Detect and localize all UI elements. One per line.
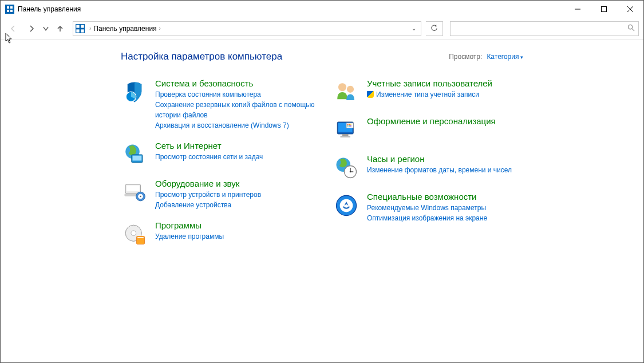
svg-rect-1 — [10, 6, 13, 9]
toolbar: › Панель управления › ⌄ — [1, 18, 643, 40]
svg-rect-28 — [137, 237, 144, 238]
window-title: Панель управления — [18, 5, 81, 13]
category-item: Сеть и ИнтернетПросмотр состояния сети и… — [121, 141, 315, 168]
category-item: Оформление и персонализация — [333, 116, 527, 144]
svg-rect-34 — [341, 136, 351, 138]
search-input[interactable] — [454, 25, 627, 33]
view-by-label: Просмотр: — [449, 53, 482, 61]
category-link[interactable]: Изменение типа учетной записи — [367, 89, 527, 100]
svg-rect-17 — [133, 156, 142, 161]
svg-rect-37 — [349, 124, 350, 125]
svg-rect-2 — [7, 10, 9, 12]
control-panel-icon — [76, 24, 85, 33]
back-button[interactable] — [5, 21, 21, 37]
svg-rect-41 — [350, 125, 351, 127]
category-item: ПрограммыУдаление программы — [121, 220, 315, 248]
maximize-button[interactable] — [591, 1, 617, 18]
svg-rect-10 — [76, 29, 79, 32]
category-title[interactable]: Оборудование и звук — [155, 179, 315, 188]
page-title: Настройка параметров компьютера — [121, 51, 282, 62]
content-area: Настройка параметров компьютера Просмотр… — [1, 40, 643, 258]
svg-point-12 — [628, 25, 632, 29]
category-link[interactable]: Сохранение резервных копий файлов с помо… — [155, 100, 315, 120]
devices-icon[interactable] — [121, 179, 148, 206]
globe-icon[interactable] — [121, 141, 148, 168]
category-link[interactable]: Просмотр устройств и принтеров — [155, 190, 315, 200]
category-link[interactable]: Добавление устройства — [155, 200, 315, 210]
category-link[interactable]: Удаление программы — [155, 231, 315, 242]
users-icon[interactable] — [333, 78, 360, 106]
breadcrumb-location[interactable]: Панель управления — [93, 25, 156, 33]
category-link[interactable]: Рекомендуемые Windows параметры — [367, 203, 527, 213]
category-title[interactable]: Система и безопасность — [155, 78, 315, 88]
svg-rect-19 — [127, 186, 140, 192]
svg-rect-0 — [7, 6, 9, 9]
category-title[interactable]: Программы — [155, 220, 315, 230]
svg-rect-8 — [76, 25, 79, 27]
category-link[interactable]: Архивация и восстановление (Windows 7) — [155, 120, 315, 131]
svg-rect-9 — [81, 25, 84, 27]
category-item: Учетные записи пользователейИзменение ти… — [333, 78, 527, 106]
personalization-icon[interactable] — [333, 116, 360, 144]
shield-icon[interactable] — [121, 78, 148, 106]
refresh-button[interactable] — [426, 21, 443, 36]
clock-region-icon[interactable] — [333, 154, 360, 182]
category-title[interactable]: Оформление и персонализация — [367, 116, 527, 126]
svg-rect-5 — [602, 7, 607, 12]
forward-button[interactable] — [23, 21, 39, 37]
category-title[interactable]: Учетные записи пользователей — [367, 78, 527, 88]
up-button[interactable] — [52, 21, 68, 37]
svg-rect-36 — [347, 124, 349, 125]
svg-point-23 — [140, 196, 141, 198]
breadcrumb-separator[interactable]: › — [159, 25, 161, 31]
svg-line-13 — [632, 29, 634, 31]
category-item: Система и безопасностьПроверка состояния… — [121, 78, 315, 131]
search-icon[interactable] — [627, 24, 635, 33]
svg-rect-39 — [347, 125, 349, 127]
category-title[interactable]: Специальные возможности — [367, 192, 527, 202]
svg-point-48 — [340, 199, 353, 212]
category-item: Часы и регионИзменение форматов даты, вр… — [333, 154, 527, 182]
recent-dropdown[interactable] — [42, 21, 50, 37]
address-dropdown[interactable]: ⌄ — [409, 25, 418, 31]
svg-rect-38 — [350, 124, 351, 125]
svg-point-29 — [338, 83, 346, 91]
control-panel-icon — [5, 5, 14, 14]
close-button[interactable] — [617, 1, 643, 18]
svg-point-26 — [131, 231, 136, 236]
category-link[interactable]: Изменение форматов даты, времени и чисел — [367, 165, 527, 175]
accessibility-icon[interactable] — [333, 192, 360, 219]
category-title[interactable]: Часы и регион — [367, 154, 527, 164]
svg-point-46 — [350, 171, 351, 173]
svg-rect-11 — [81, 29, 84, 32]
category-item: Специальные возможностиРекомендуемые Win… — [333, 192, 527, 223]
category-title[interactable]: Сеть и Интернет — [155, 141, 315, 151]
category-link[interactable]: Проверка состояния компьютера — [155, 89, 315, 100]
svg-rect-3 — [10, 10, 13, 12]
svg-rect-33 — [342, 134, 349, 136]
category-link[interactable]: Оптимизация изображения на экране — [367, 213, 527, 223]
titlebar: Панель управления — [1, 1, 643, 18]
svg-rect-40 — [349, 125, 350, 127]
minimize-button[interactable] — [564, 1, 591, 18]
svg-point-30 — [347, 86, 354, 93]
programs-icon[interactable] — [121, 220, 148, 248]
category-link[interactable]: Просмотр состояния сети и задач — [155, 152, 315, 162]
view-by-selector[interactable]: Просмотр: Категория — [449, 53, 523, 61]
search-box[interactable] — [450, 21, 639, 36]
address-bar[interactable]: › Панель управления › ⌄ — [73, 21, 421, 36]
breadcrumb-separator[interactable]: › — [89, 25, 91, 31]
view-by-value[interactable]: Категория — [487, 53, 523, 61]
category-item: Оборудование и звукПросмотр устройств и … — [121, 179, 315, 210]
